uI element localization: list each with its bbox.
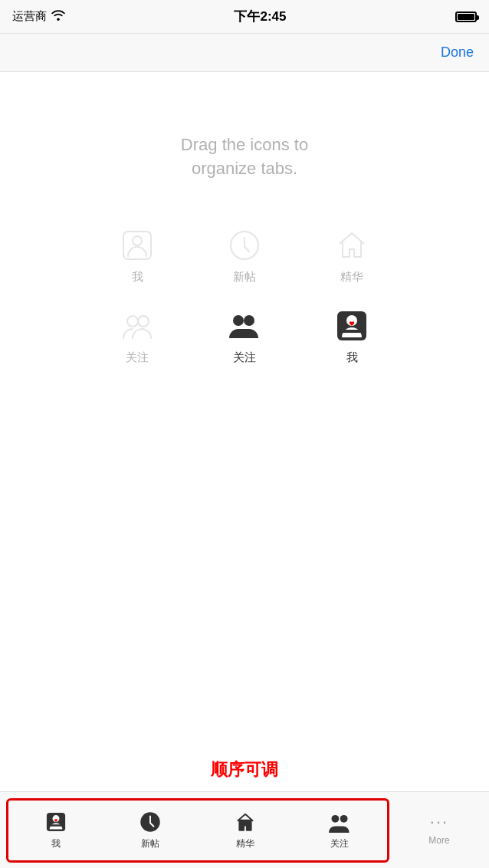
tab-item-me[interactable]: 我	[8, 810, 103, 850]
tab-label: 新帖	[141, 837, 159, 850]
status-left: 运营商	[12, 9, 65, 24]
battery-icon	[455, 12, 477, 22]
tab-bar: 我 新帖 精华	[0, 791, 489, 868]
list-item[interactable]: 我	[99, 227, 176, 284]
clock-tab-icon	[138, 810, 162, 834]
drag-instruction-line2: organize tabs.	[181, 157, 308, 181]
follow-dark-icon	[226, 307, 263, 344]
tab-item-jinghua[interactable]: 精华	[198, 810, 293, 850]
grid-label: 关注	[126, 350, 149, 365]
carrier-label: 运营商	[12, 9, 47, 24]
grid-label: 精华	[340, 270, 363, 284]
drag-instruction: Drag the icons to organize tabs.	[181, 133, 308, 181]
svg-point-3	[138, 316, 149, 327]
home-light-icon	[333, 227, 370, 264]
svg-point-12	[340, 815, 348, 823]
tab-label: 精华	[236, 837, 254, 850]
clock-light-icon	[226, 227, 263, 264]
main-content: Drag the icons to organize tabs. 我	[0, 72, 489, 791]
list-item[interactable]: 新帖	[206, 227, 283, 284]
status-right	[455, 12, 477, 22]
follow-light-icon	[119, 307, 156, 344]
me-tab-icon	[44, 810, 68, 834]
done-button[interactable]: Done	[441, 44, 474, 61]
grid-label: 新帖	[233, 270, 256, 284]
svg-rect-7	[342, 330, 362, 333]
list-item[interactable]: 我	[313, 307, 390, 365]
grid-label: 关注	[233, 350, 256, 365]
tab-label: 我	[51, 837, 61, 850]
me-dark-icon	[333, 307, 370, 344]
tab-more[interactable]: ··· More	[389, 812, 489, 849]
grid-label: 我	[346, 350, 358, 365]
tab-item-follow[interactable]: 关注	[293, 810, 388, 850]
more-dots-icon: ···	[430, 812, 448, 832]
svg-rect-9	[49, 824, 62, 827]
svg-point-2	[127, 316, 138, 327]
status-bar: 运营商 下午2:45	[0, 0, 489, 34]
more-label: More	[428, 835, 449, 846]
list-item[interactable]: 关注	[206, 307, 283, 365]
svg-point-11	[332, 815, 340, 823]
home-tab-icon	[233, 810, 258, 834]
wifi-icon	[51, 10, 65, 23]
list-item[interactable]: 精华	[313, 227, 390, 284]
header-bar: Done	[0, 34, 489, 72]
status-time: 下午2:45	[234, 8, 286, 25]
annotation-area: 顺序可调	[0, 758, 489, 787]
tab-item-xinpost[interactable]: 新帖	[103, 810, 199, 850]
svg-point-4	[233, 315, 244, 326]
tab-label: 关注	[330, 837, 349, 850]
svg-point-5	[244, 315, 254, 326]
grid-label: 我	[132, 270, 143, 284]
list-item[interactable]: 关注	[99, 307, 176, 365]
follow-tab-icon	[327, 810, 352, 834]
tab-bar-left: 我 新帖 精华	[6, 798, 389, 863]
annotation-text: 顺序可调	[211, 758, 278, 781]
icon-grid: 我 新帖 精华	[91, 227, 398, 365]
drag-instruction-line1: Drag the icons to	[181, 133, 308, 157]
me-light-icon	[119, 227, 156, 264]
